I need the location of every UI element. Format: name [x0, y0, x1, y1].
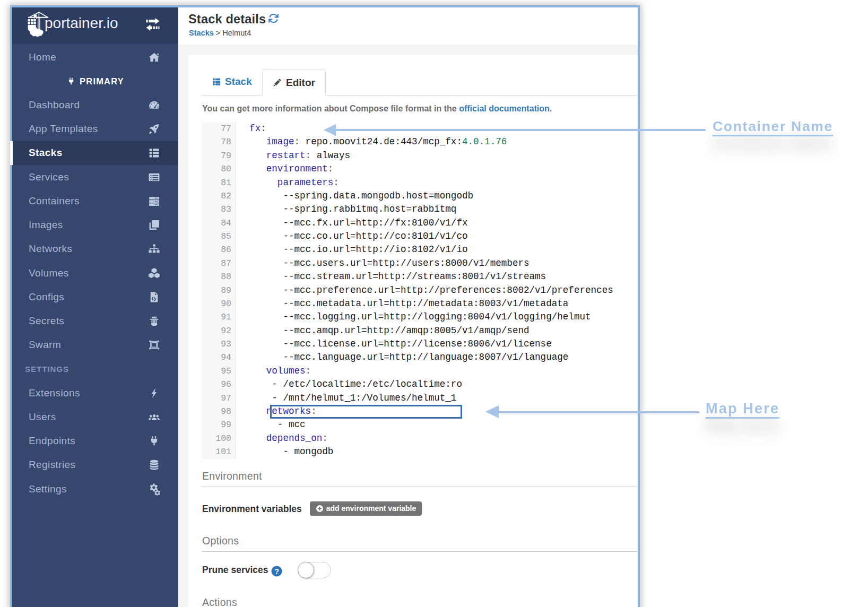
svg-text:?: ? [274, 567, 279, 576]
